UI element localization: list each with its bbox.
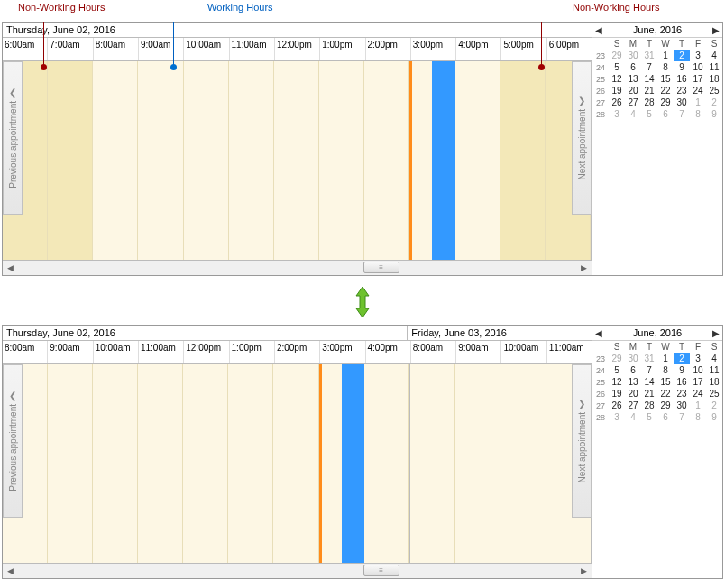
calendar-day[interactable]: 22: [657, 388, 674, 400]
calendar-day[interactable]: 29: [609, 50, 625, 61]
appointment-block[interactable]: [342, 364, 364, 563]
calendar-day[interactable]: 31: [641, 50, 657, 61]
time-cell[interactable]: [410, 364, 455, 563]
calendar-day[interactable]: 13: [625, 376, 641, 388]
time-cell[interactable]: [364, 364, 409, 563]
calendar-day[interactable]: 22: [657, 85, 674, 96]
calendar-day[interactable]: 6: [657, 108, 674, 120]
calendar-day[interactable]: 9: [674, 364, 690, 376]
calendar-day[interactable]: 24: [690, 85, 706, 96]
calendar-day[interactable]: 2: [674, 353, 690, 364]
time-cell[interactable]: [500, 364, 546, 563]
calendar-day[interactable]: 11: [706, 61, 722, 73]
calendar-day[interactable]: 4: [706, 50, 722, 61]
calendar-day[interactable]: 21: [641, 85, 657, 96]
time-cell[interactable]: [48, 364, 93, 563]
calendar-day[interactable]: 5: [609, 364, 625, 376]
time-cell[interactable]: [455, 61, 500, 260]
calendar-day[interactable]: 19: [609, 388, 625, 400]
time-cell[interactable]: [184, 61, 229, 260]
calendar-day[interactable]: 1: [657, 50, 674, 61]
time-cell[interactable]: [364, 61, 409, 260]
calendar-day[interactable]: 10: [690, 364, 706, 376]
calendar-day[interactable]: 30: [674, 96, 690, 108]
scroll-right-icon[interactable]: ▶: [576, 564, 592, 578]
calendar-day[interactable]: 2: [706, 96, 722, 108]
time-cell[interactable]: [500, 61, 546, 260]
calendar-day[interactable]: 3: [609, 108, 625, 120]
calendar-day[interactable]: 7: [674, 411, 690, 423]
calendar-day[interactable]: 5: [609, 61, 625, 73]
month-next-button[interactable]: ▶: [710, 328, 722, 338]
calendar-day[interactable]: 8: [690, 411, 706, 423]
calendar-day[interactable]: 20: [625, 85, 641, 96]
calendar-day[interactable]: 16: [674, 376, 690, 388]
scroll-right-icon[interactable]: ▶: [576, 261, 592, 275]
calendar-day[interactable]: 18: [706, 376, 722, 388]
calendar-day[interactable]: 12: [609, 73, 625, 85]
calendar-day[interactable]: 3: [690, 50, 706, 61]
calendar-day[interactable]: 29: [657, 96, 674, 108]
next-appointment-button[interactable]: ❯ Next appointment: [572, 61, 592, 215]
time-cell[interactable]: [229, 61, 274, 260]
calendar-day[interactable]: 4: [706, 353, 722, 364]
calendar-day[interactable]: 30: [625, 353, 641, 364]
time-cell[interactable]: [93, 61, 138, 260]
calendar-day[interactable]: 9: [706, 108, 722, 120]
calendar-day[interactable]: 7: [641, 364, 657, 376]
time-cell[interactable]: [455, 364, 500, 563]
calendar-day[interactable]: 8: [690, 108, 706, 120]
scroll-left-icon[interactable]: ◀: [3, 564, 18, 578]
calendar-day[interactable]: 11: [706, 364, 722, 376]
calendar-day[interactable]: 10: [690, 61, 706, 73]
calendar-day[interactable]: 13: [625, 73, 641, 85]
calendar-day[interactable]: 8: [657, 61, 674, 73]
time-cell[interactable]: [273, 364, 318, 563]
calendar-day[interactable]: 1: [657, 353, 674, 364]
calendar-day[interactable]: 15: [657, 73, 674, 85]
calendar-day[interactable]: 17: [690, 376, 706, 388]
calendar-day[interactable]: 2: [674, 50, 690, 61]
calendar-day[interactable]: 28: [641, 400, 657, 411]
calendar-day[interactable]: 18: [706, 73, 722, 85]
time-cell[interactable]: [138, 61, 183, 260]
calendar-day[interactable]: 5: [641, 108, 657, 120]
calendar-day[interactable]: 25: [706, 85, 722, 96]
calendar-day[interactable]: 26: [609, 400, 625, 411]
calendar-day[interactable]: 29: [609, 353, 625, 364]
calendar-day[interactable]: 3: [690, 353, 706, 364]
appointment-block[interactable]: [432, 61, 454, 260]
calendar-day[interactable]: 1: [690, 96, 706, 108]
calendar-day[interactable]: 2: [706, 400, 722, 411]
calendar-day[interactable]: 27: [625, 96, 641, 108]
scroll-thumb[interactable]: ≡: [363, 262, 399, 273]
calendar-day[interactable]: 5: [641, 411, 657, 423]
calendar-day[interactable]: 1: [690, 400, 706, 411]
month-prev-button[interactable]: ◀: [592, 25, 605, 35]
prev-appointment-button[interactable]: ❮ Previous appointment: [3, 364, 23, 518]
calendar-day[interactable]: 9: [674, 61, 690, 73]
calendar-day[interactable]: 26: [609, 96, 625, 108]
time-cell[interactable]: [319, 61, 364, 260]
calendar-day[interactable]: 14: [641, 376, 657, 388]
calendar-day[interactable]: 16: [674, 73, 690, 85]
prev-appointment-button[interactable]: ❮ Previous appointment: [3, 61, 23, 215]
calendar-day[interactable]: 23: [674, 388, 690, 400]
calendar-day[interactable]: 25: [706, 388, 722, 400]
calendar-day[interactable]: 7: [674, 108, 690, 120]
timeline-grid[interactable]: ❮ Previous appointment ❯ Next appointmen…: [3, 364, 592, 563]
calendar-day[interactable]: 3: [609, 411, 625, 423]
calendar-day[interactable]: 20: [625, 388, 641, 400]
month-prev-button[interactable]: ◀: [592, 328, 605, 338]
calendar-day[interactable]: 30: [674, 400, 690, 411]
calendar-day[interactable]: 19: [609, 85, 625, 96]
calendar-day[interactable]: 30: [625, 50, 641, 61]
time-cell[interactable]: [274, 61, 319, 260]
calendar-day[interactable]: 4: [625, 411, 641, 423]
calendar-day[interactable]: 23: [674, 85, 690, 96]
calendar-day[interactable]: 4: [625, 108, 641, 120]
time-cell[interactable]: [93, 364, 138, 563]
next-appointment-button[interactable]: ❯ Next appointment: [572, 364, 592, 518]
calendar-day[interactable]: 17: [690, 73, 706, 85]
calendar-day[interactable]: 27: [625, 400, 641, 411]
